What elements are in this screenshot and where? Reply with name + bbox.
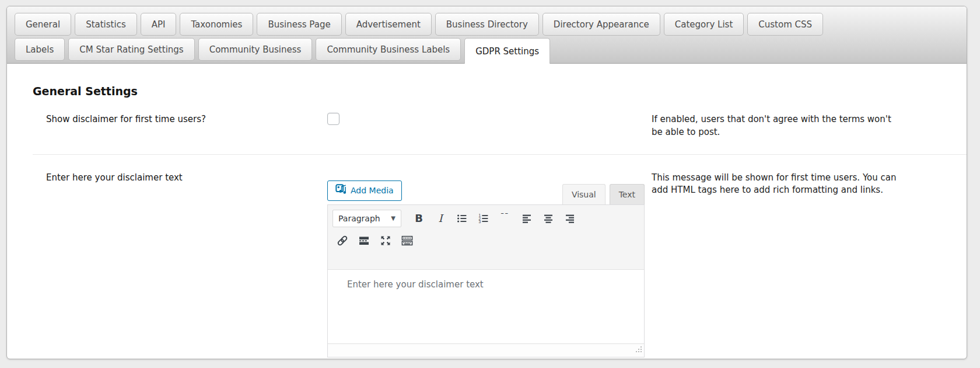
add-media-button[interactable]: Add Media xyxy=(327,180,402,201)
resize-grip-icon[interactable] xyxy=(636,344,642,355)
insert-read-more-button[interactable] xyxy=(354,232,374,249)
svg-text:3: 3 xyxy=(479,220,481,224)
settings-panel: GeneralStatisticsAPITaxonomiesBusiness P… xyxy=(6,6,967,359)
editor-text: Enter here your disclaimer text xyxy=(347,279,484,290)
tab-row-1: GeneralStatisticsAPITaxonomiesBusiness P… xyxy=(15,13,959,36)
editor-mode-tab-visual[interactable]: Visual xyxy=(562,184,606,204)
paragraph-format-value: Paragraph xyxy=(338,214,380,223)
align-left-button[interactable] xyxy=(517,210,537,227)
tab-taxonomies[interactable]: Taxonomies xyxy=(180,13,253,36)
row-disclaimer-text: Enter here your disclaimer text xyxy=(33,162,967,368)
section-title: General Settings xyxy=(33,85,967,98)
tab-category-list[interactable]: Category List xyxy=(664,13,744,36)
paragraph-format-dropdown[interactable]: Paragraph ▼ xyxy=(332,210,401,227)
bulleted-list-button[interactable] xyxy=(452,210,472,227)
row-show-disclaimer: Show disclaimer for first time users? If… xyxy=(33,103,967,155)
insert-link-button[interactable] xyxy=(332,232,352,249)
keyboard-icon xyxy=(401,235,413,247)
editor-box: Paragraph ▼ B I xyxy=(327,204,645,357)
tab-community-business[interactable]: Community Business xyxy=(198,38,313,61)
chevron-down-icon: ▼ xyxy=(391,215,396,221)
field-help-text: This message will be shown for first tim… xyxy=(652,171,904,357)
fullscreen-icon xyxy=(380,235,391,247)
italic-icon: I xyxy=(438,212,442,224)
editor-toolbar: Paragraph ▼ B I xyxy=(328,205,644,270)
field-help-text: If enabled, users that don't agree with … xyxy=(652,113,904,139)
italic-button[interactable]: I xyxy=(430,210,450,227)
tab-gdpr-settings[interactable]: GDPR Settings xyxy=(464,38,550,64)
tabs-header: GeneralStatisticsAPITaxonomiesBusiness P… xyxy=(7,6,967,64)
editor-topbar: Add Media Visual Text xyxy=(327,180,645,204)
field-control: Add Media Visual Text Paragraph xyxy=(327,171,652,357)
bold-button[interactable]: B xyxy=(409,210,429,227)
bold-icon: B xyxy=(415,212,423,224)
tab-labels[interactable]: Labels xyxy=(15,38,65,61)
tab-row-2: LabelsCM Star Rating SettingsCommunity B… xyxy=(15,38,959,63)
align-left-icon xyxy=(521,213,533,224)
field-control xyxy=(327,113,652,139)
align-right-button[interactable] xyxy=(560,210,580,227)
tab-statistics[interactable]: Statistics xyxy=(75,13,137,36)
show-disclaimer-checkbox[interactable] xyxy=(327,113,340,125)
tab-community-business-labels[interactable]: Community Business Labels xyxy=(316,38,461,61)
fullscreen-button[interactable] xyxy=(376,232,396,249)
tab-custom-css[interactable]: Custom CSS xyxy=(747,13,823,36)
editor-content-area[interactable]: Enter here your disclaimer text xyxy=(328,270,644,343)
editor-mode-tab-text[interactable]: Text xyxy=(610,184,645,204)
editor-mode-tabs: Visual Text xyxy=(562,184,645,204)
tab-general[interactable]: General xyxy=(15,13,71,36)
tab-advertisement[interactable]: Advertisement xyxy=(345,13,432,36)
tab-business-directory[interactable]: Business Directory xyxy=(435,13,539,36)
toolbar-row-1: Paragraph ▼ B I xyxy=(332,210,639,227)
tab-api[interactable]: API xyxy=(141,13,177,36)
bulleted-list-icon xyxy=(456,213,468,224)
read-more-icon xyxy=(358,235,370,247)
editor-status-bar xyxy=(328,343,644,357)
field-label: Show disclaimer for first time users? xyxy=(33,113,327,139)
numbered-list-button[interactable]: 1 2 3 xyxy=(474,210,494,227)
tab-panel-gdpr-settings: General Settings Show disclaimer for fir… xyxy=(7,85,967,368)
media-icon xyxy=(335,184,346,197)
align-center-button[interactable] xyxy=(538,210,558,227)
link-icon xyxy=(337,235,348,247)
blockquote-icon: “ xyxy=(500,213,510,224)
wp-editor: Add Media Visual Text Paragraph xyxy=(327,180,645,357)
toolbar-row-2 xyxy=(332,232,639,249)
numbered-list-icon: 1 2 3 xyxy=(478,213,489,224)
keyboard-shortcuts-button[interactable] xyxy=(397,232,417,249)
align-center-icon xyxy=(542,213,554,224)
tab-directory-appearance[interactable]: Directory Appearance xyxy=(542,13,660,36)
tab-business-page[interactable]: Business Page xyxy=(257,13,341,36)
tab-cm-star-rating-settings[interactable]: CM Star Rating Settings xyxy=(68,38,194,61)
align-right-icon xyxy=(564,213,576,224)
blockquote-button[interactable]: “ xyxy=(495,210,515,227)
add-media-label: Add Media xyxy=(351,186,394,195)
field-label: Enter here your disclaimer text xyxy=(33,171,327,357)
